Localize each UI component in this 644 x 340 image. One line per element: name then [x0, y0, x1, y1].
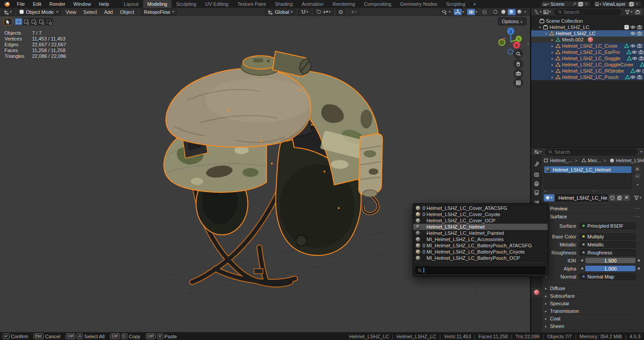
workspace-tab[interactable]: Texture Paint: [233, 0, 270, 8]
xray-icon[interactable]: [480, 9, 488, 15]
show-gizmo-icon[interactable]: [454, 9, 462, 15]
material-option[interactable]: MI_Helmet_LSHZ_LC_Accessories: [413, 236, 548, 242]
hide-eye-icon[interactable]: [632, 49, 637, 55]
pin-icon[interactable]: [572, 2, 577, 6]
workspace-tab[interactable]: Rendering: [328, 0, 360, 8]
expand-arrow[interactable]: ▸: [550, 44, 555, 48]
popup-search-input[interactable]: [415, 266, 546, 274]
breadcrumb-material[interactable]: Helmet_LSHZ...: [601, 158, 644, 163]
show-visibility-icon[interactable]: [440, 9, 448, 15]
shader-field-widget[interactable]: Metallic: [579, 241, 636, 248]
hide-eye-icon[interactable]: [636, 68, 641, 74]
add-slot-button[interactable]: +: [634, 166, 641, 172]
shader-field-widget[interactable]: Principled BSDF: [579, 222, 636, 229]
collapsed-panel-header[interactable]: ▸Specular: [544, 299, 641, 307]
viewport-menu-item[interactable]: Object: [116, 8, 138, 16]
material-option[interactable]: Helmet_LSHZ_LC_Helmet_Painted: [413, 230, 548, 236]
material-option[interactable]: Helmet_LSHZ_LC_Helmet: [413, 224, 548, 230]
material-option[interactable]: 0 Helmet_LSHZ_LC_Cover_ATACSFG: [413, 205, 548, 211]
shader-field-widget[interactable]: Normal Map: [579, 273, 636, 280]
workspace-tab[interactable]: Modeling: [143, 0, 172, 8]
unlink-scene-icon[interactable]: ✕: [583, 2, 589, 6]
remove-slot-button[interactable]: −: [634, 173, 641, 179]
editor-type-button[interactable]: ▾: [1, 8, 14, 15]
options-dropdown[interactable]: Options ▾: [498, 17, 526, 25]
collapsed-panel-header[interactable]: ▸Sheen: [544, 322, 641, 330]
material-option[interactable]: Helmet_LSHZ_LC_Cover_OCP: [413, 217, 548, 224]
shading-mode-group[interactable]: ▾: [491, 8, 526, 16]
material-name-field[interactable]: Helmet_LSHZ_LC_Helmet: [555, 194, 608, 201]
expand-arrow[interactable]: ▸: [550, 50, 555, 54]
shader-field-widget[interactable]: 1.500: [585, 257, 636, 264]
list-resize-grip[interactable]: •••: [546, 189, 641, 193]
gizmo-x-axis[interactable]: X: [515, 43, 518, 48]
fake-user-shield-icon[interactable]: [609, 194, 616, 201]
remove-viewlayer-icon[interactable]: ✕: [634, 2, 640, 6]
xray-toggle[interactable]: [480, 8, 489, 16]
disable-render-camera-icon[interactable]: [637, 43, 642, 49]
collection-checkbox[interactable]: ✓: [624, 25, 629, 29]
material-filter-icon[interactable]: ▾: [634, 195, 641, 201]
gizmo-z-axis[interactable]: Z: [509, 29, 512, 34]
transform-orientation[interactable]: Global ▾: [265, 8, 295, 15]
browse-material-button[interactable]: ▾: [544, 194, 554, 201]
new-viewlayer-button[interactable]: [629, 2, 634, 7]
proportional-editing-toggle[interactable]: ⊙: [336, 8, 346, 15]
shading-solid-icon[interactable]: [500, 9, 508, 15]
menu-item[interactable]: File: [13, 0, 29, 8]
slot-specials-icon[interactable]: ▾: [636, 183, 638, 187]
sidebar-collapse-arrow[interactable]: ‹: [527, 41, 529, 46]
expand-arrow[interactable]: ▸: [550, 69, 555, 73]
preview-panel-header[interactable]: ▾Preview •••: [544, 205, 641, 212]
disable-render-camera-icon[interactable]: [637, 74, 642, 80]
tab-render[interactable]: [531, 170, 542, 179]
select-mode-intersect[interactable]: [45, 18, 53, 25]
filter-icon[interactable]: ▾: [625, 9, 632, 15]
decorator-dot-icon[interactable]: [638, 259, 640, 262]
outliner-row[interactable]: ▸ Helmet_LSHZ_LC_IRStrobe ✓: [531, 68, 644, 74]
perspective-toggle-button[interactable]: [513, 78, 523, 88]
shader-field-widget[interactable]: Roughness: [579, 249, 636, 256]
new-scene-button[interactable]: [578, 2, 583, 7]
scene-selector[interactable]: ▾ Scene ✕: [541, 1, 591, 7]
helmet-3d-model[interactable]: [147, 38, 397, 296]
material-slot-list[interactable]: Helmet_LSHZ_LC_Helmet: [544, 166, 632, 189]
collapsed-panel-header[interactable]: ▸Transmission: [544, 307, 641, 315]
properties-search-input[interactable]: Search: [545, 149, 637, 155]
disable-render-camera-icon[interactable]: [639, 56, 644, 61]
snap-toggle[interactable]: ▾: [298, 8, 311, 15]
hide-eye-icon[interactable]: [630, 74, 636, 80]
outliner-row[interactable]: ▸ Helmet_LSHZ_LC_EarPro ✓: [531, 49, 644, 55]
workspace-tab[interactable]: Layout: [119, 0, 143, 8]
pan-hand-button[interactable]: [513, 59, 523, 69]
breadcrumb-object[interactable]: Helmet_...: [544, 158, 572, 163]
add-workspace-button[interactable]: +: [470, 0, 480, 8]
menu-item[interactable]: Window: [70, 0, 95, 8]
tab-viewlayer[interactable]: [531, 188, 542, 197]
collapsed-panel-header[interactable]: ▸Coat: [544, 315, 641, 322]
expand-arrow[interactable]: ▸: [550, 38, 555, 42]
breadcrumb-mesh[interactable]: Mes...: [572, 158, 601, 163]
expand-arrow[interactable]: ▸: [550, 57, 555, 61]
outliner-row[interactable]: ▾ Helmet_LSHZ_LC ✓: [531, 30, 644, 37]
menu-item[interactable]: Help: [95, 0, 113, 8]
tab-output[interactable]: [531, 179, 542, 188]
viewport-menu-item[interactable]: Add: [101, 8, 117, 16]
gizmo-z-negative[interactable]: [508, 49, 513, 54]
select-mode-extend[interactable]: [22, 18, 30, 25]
material-option[interactable]: 0 MI_Helmet_LSHZ_LC_BatteryPouch_Coyote: [413, 249, 548, 255]
outliner-editor-icon[interactable]: ▾: [534, 9, 541, 15]
viewport-3d[interactable]: ▾ Object Mode ▾ ViewSelectAddObject Reto…: [0, 8, 530, 332]
outliner-search-input[interactable]: Search: [554, 9, 621, 15]
workspace-tab[interactable]: Geometry Nodes: [396, 0, 442, 8]
zoom-button[interactable]: [513, 49, 523, 59]
menu-item[interactable]: Render: [45, 0, 70, 8]
hide-eye-icon[interactable]: [630, 31, 636, 36]
outliner-row[interactable]: ▸ Helmet_LSHZ_LC_Goggle ✓: [531, 55, 644, 61]
properties-options-icon[interactable]: ▾: [640, 150, 642, 154]
snap-with-group[interactable]: ▾: [314, 8, 333, 15]
shader-field-widget[interactable]: 1.000: [585, 265, 636, 272]
material-option[interactable]: 0 Helmet_LSHZ_LC_Cover_Coyote: [413, 211, 548, 217]
hide-eye-icon[interactable]: [630, 25, 636, 30]
disable-render-camera-icon[interactable]: [642, 68, 644, 74]
